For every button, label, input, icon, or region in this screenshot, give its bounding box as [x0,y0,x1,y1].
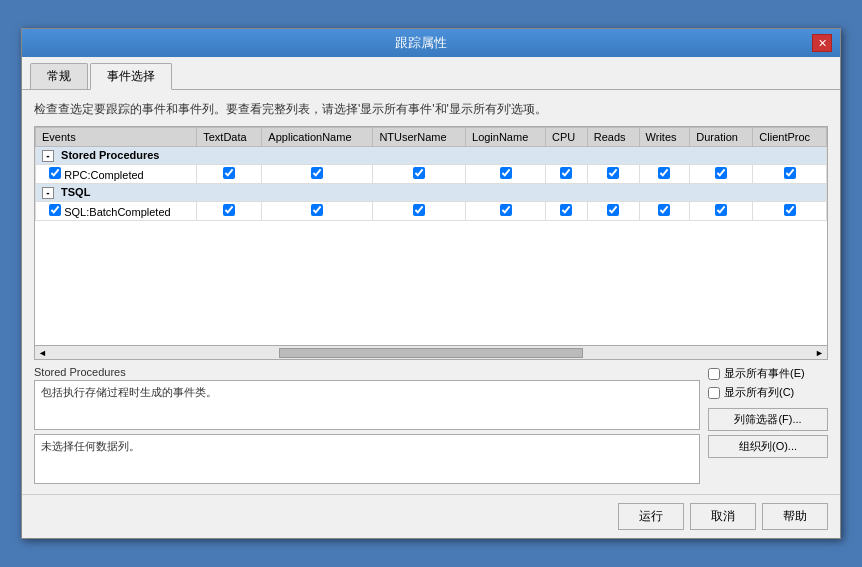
col-events: Events [36,128,197,147]
close-button[interactable]: ✕ [812,34,832,52]
check-sql-login[interactable] [500,204,512,216]
check-rpc-reads[interactable] [607,167,619,179]
show-all-columns-option[interactable]: 显示所有列(C) [708,385,828,400]
check-rpc-duration[interactable] [715,167,727,179]
column-info-box: 未选择任何数据列。 [34,434,700,484]
tab-general[interactable]: 常规 [30,63,88,89]
event-info-description: 包括执行存储过程时生成的事件类。 [41,386,217,398]
events-table: Events TextData ApplicationName NTUserNa… [35,127,827,221]
check-rpc-login[interactable] [500,167,512,179]
event-info-title: Stored Procedures [34,366,700,378]
cancel-button[interactable]: 取消 [690,503,756,530]
bottom-panels: Stored Procedures 包括执行存储过程时生成的事件类。 未选择任何… [34,366,828,484]
show-all-columns-checkbox[interactable] [708,387,720,399]
event-name-sql: SQL:BatchCompleted [36,202,197,221]
table-header-row: Events TextData ApplicationName NTUserNa… [36,128,827,147]
event-checkbox-rpc[interactable] [49,167,61,179]
check-rpc-appname[interactable] [311,167,323,179]
left-panels: Stored Procedures 包括执行存储过程时生成的事件类。 未选择任何… [34,366,700,484]
col-cpu: CPU [545,128,587,147]
footer: 运行 取消 帮助 [22,494,840,538]
description-text: 检查查选定要跟踪的事件和事件列。要查看完整列表，请选择'显示所有事件'和'显示所… [34,100,828,118]
col-appname: ApplicationName [262,128,373,147]
show-all-events-option[interactable]: 显示所有事件(E) [708,366,828,381]
col-writes: Writes [639,128,690,147]
organize-columns-button[interactable]: 组织列(O)... [708,435,828,458]
events-table-container[interactable]: Events TextData ApplicationName NTUserNa… [34,126,828,346]
group-stored-procedures-label: Stored Procedures [61,149,159,161]
check-sql-reads[interactable] [607,204,619,216]
show-all-events-label: 显示所有事件(E) [724,366,805,381]
check-sql-ntuser[interactable] [413,204,425,216]
tab-event-select[interactable]: 事件选择 [90,63,172,90]
tab-content: 检查查选定要跟踪的事件和事件列。要查看完整列表，请选择'显示所有事件'和'显示所… [22,90,840,494]
check-rpc-clientproc[interactable] [784,167,796,179]
help-button[interactable]: 帮助 [762,503,828,530]
check-sql-textdata[interactable] [223,204,235,216]
event-checkbox-sql[interactable] [49,204,61,216]
check-sql-appname[interactable] [311,204,323,216]
col-loginname: LoginName [466,128,546,147]
show-all-events-checkbox[interactable] [708,368,720,380]
check-rpc-writes[interactable] [658,167,670,179]
check-sql-writes[interactable] [658,204,670,216]
check-sql-clientproc[interactable] [784,204,796,216]
title-controls: ✕ [812,34,832,52]
check-sql-duration[interactable] [715,204,727,216]
col-textdata: TextData [197,128,262,147]
group-tsql-label: TSQL [61,186,90,198]
col-clientproc: ClientProc [753,128,827,147]
right-panel: 显示所有事件(E) 显示所有列(C) 列筛选器(F)... 组织列(O)... [708,366,828,484]
check-sql-cpu[interactable] [560,204,572,216]
group-tsql: - TSQL [36,184,827,202]
table-row: SQL:BatchCompleted [36,202,827,221]
run-button[interactable]: 运行 [618,503,684,530]
event-name-rpc: RPC:Completed [36,165,197,184]
event-info-box: Stored Procedures 包括执行存储过程时生成的事件类。 [34,366,700,430]
col-reads: Reads [587,128,639,147]
col-duration: Duration [690,128,753,147]
collapse-stored-procedures-icon[interactable]: - [42,150,54,162]
title-bar: 跟踪属性 ✕ [22,29,840,57]
tab-bar: 常规 事件选择 [22,57,840,90]
scroll-left-arrow[interactable]: ◄ [35,348,50,358]
column-filter-button[interactable]: 列筛选器(F)... [708,408,828,431]
window-title: 跟踪属性 [30,34,812,52]
collapse-tsql-icon[interactable]: - [42,187,54,199]
col-ntusername: NTUserName [373,128,466,147]
show-all-columns-label: 显示所有列(C) [724,385,794,400]
check-rpc-cpu[interactable] [560,167,572,179]
table-row: RPC:Completed [36,165,827,184]
check-rpc-textdata[interactable] [223,167,235,179]
group-stored-procedures: - Stored Procedures [36,147,827,165]
event-info-content: 包括执行存储过程时生成的事件类。 [34,380,700,430]
column-info-text: 未选择任何数据列。 [41,440,140,452]
main-window: 跟踪属性 ✕ 常规 事件选择 检查查选定要跟踪的事件和事件列。要查看完整列表，请… [21,28,841,539]
check-rpc-ntuser[interactable] [413,167,425,179]
scroll-right-arrow[interactable]: ► [812,348,827,358]
